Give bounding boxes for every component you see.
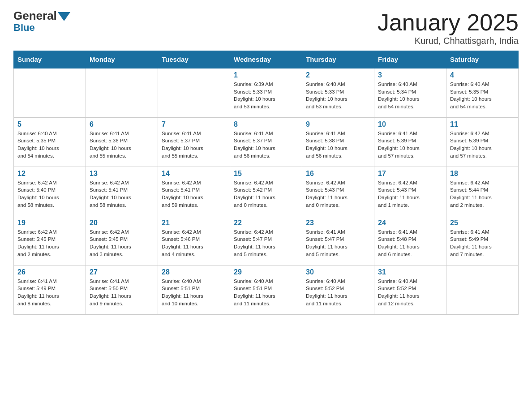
day-info: Sunrise: 6:42 AM Sunset: 5:44 PM Dayligh… <box>450 179 515 209</box>
day-info: Sunrise: 6:41 AM Sunset: 5:39 PM Dayligh… <box>378 130 442 160</box>
calendar-cell <box>14 68 86 117</box>
day-info: Sunrise: 6:42 AM Sunset: 5:41 PM Dayligh… <box>162 179 226 209</box>
calendar-cell: 16Sunrise: 6:42 AM Sunset: 5:43 PM Dayli… <box>302 167 374 216</box>
calendar-cell: 20Sunrise: 6:42 AM Sunset: 5:45 PM Dayli… <box>86 216 158 265</box>
day-info: Sunrise: 6:40 AM Sunset: 5:51 PM Dayligh… <box>162 278 226 308</box>
day-info: Sunrise: 6:41 AM Sunset: 5:49 PM Dayligh… <box>450 228 515 258</box>
calendar-week-row: 5Sunrise: 6:40 AM Sunset: 5:35 PM Daylig… <box>14 117 519 167</box>
day-info: Sunrise: 6:42 AM Sunset: 5:39 PM Dayligh… <box>450 130 515 160</box>
day-number: 23 <box>306 219 370 227</box>
calendar-cell: 30Sunrise: 6:40 AM Sunset: 5:52 PM Dayli… <box>302 265 374 314</box>
calendar-cell: 6Sunrise: 6:41 AM Sunset: 5:36 PM Daylig… <box>86 117 158 167</box>
day-number: 16 <box>306 170 370 178</box>
day-number: 1 <box>234 71 298 79</box>
weekday-header-monday: Monday <box>86 51 158 68</box>
day-info: Sunrise: 6:42 AM Sunset: 5:43 PM Dayligh… <box>306 179 370 209</box>
day-info: Sunrise: 6:39 AM Sunset: 5:33 PM Dayligh… <box>234 81 298 111</box>
day-info: Sunrise: 6:42 AM Sunset: 5:45 PM Dayligh… <box>17 228 82 258</box>
calendar-week-row: 1Sunrise: 6:39 AM Sunset: 5:33 PM Daylig… <box>14 68 519 117</box>
calendar-week-row: 12Sunrise: 6:42 AM Sunset: 5:40 PM Dayli… <box>14 167 519 216</box>
day-number: 7 <box>162 120 226 128</box>
calendar-cell: 18Sunrise: 6:42 AM Sunset: 5:44 PM Dayli… <box>446 167 519 216</box>
day-info: Sunrise: 6:42 AM Sunset: 5:46 PM Dayligh… <box>162 228 226 258</box>
calendar-cell <box>446 265 519 314</box>
day-number: 2 <box>306 71 370 79</box>
day-number: 13 <box>90 170 154 178</box>
weekday-header-tuesday: Tuesday <box>158 51 230 68</box>
day-number: 18 <box>450 170 515 178</box>
day-info: Sunrise: 6:40 AM Sunset: 5:33 PM Dayligh… <box>306 81 370 111</box>
day-number: 8 <box>234 120 298 128</box>
day-number: 28 <box>162 268 226 276</box>
logo-blue-text: Blue <box>13 22 35 34</box>
day-number: 19 <box>17 219 82 227</box>
calendar-cell: 8Sunrise: 6:41 AM Sunset: 5:37 PM Daylig… <box>230 117 302 167</box>
day-number: 15 <box>234 170 298 178</box>
day-info: Sunrise: 6:40 AM Sunset: 5:35 PM Dayligh… <box>450 81 515 111</box>
calendar-cell: 1Sunrise: 6:39 AM Sunset: 5:33 PM Daylig… <box>230 68 302 117</box>
calendar-week-row: 19Sunrise: 6:42 AM Sunset: 5:45 PM Dayli… <box>14 216 519 265</box>
calendar-cell: 14Sunrise: 6:42 AM Sunset: 5:41 PM Dayli… <box>158 167 230 216</box>
calendar-cell <box>86 68 158 117</box>
day-number: 4 <box>450 71 515 79</box>
day-number: 9 <box>306 120 370 128</box>
day-info: Sunrise: 6:40 AM Sunset: 5:52 PM Dayligh… <box>378 278 442 308</box>
weekday-header-thursday: Thursday <box>302 51 374 68</box>
calendar-cell: 12Sunrise: 6:42 AM Sunset: 5:40 PM Dayli… <box>14 167 86 216</box>
weekday-header-row: SundayMondayTuesdayWednesdayThursdayFrid… <box>14 51 519 68</box>
day-number: 20 <box>90 219 154 227</box>
weekday-header-sunday: Sunday <box>14 51 86 68</box>
day-number: 11 <box>450 120 515 128</box>
day-number: 14 <box>162 170 226 178</box>
calendar-cell: 19Sunrise: 6:42 AM Sunset: 5:45 PM Dayli… <box>14 216 86 265</box>
calendar-cell: 3Sunrise: 6:40 AM Sunset: 5:34 PM Daylig… <box>374 68 446 117</box>
calendar-cell: 10Sunrise: 6:41 AM Sunset: 5:39 PM Dayli… <box>374 117 446 167</box>
day-number: 12 <box>17 170 82 178</box>
day-number: 6 <box>90 120 154 128</box>
calendar-cell: 5Sunrise: 6:40 AM Sunset: 5:35 PM Daylig… <box>14 117 86 167</box>
calendar-title: January 2025 <box>378 9 519 36</box>
calendar-cell: 27Sunrise: 6:41 AM Sunset: 5:50 PM Dayli… <box>86 265 158 314</box>
calendar-subtitle: Kurud, Chhattisgarh, India <box>378 36 519 46</box>
day-info: Sunrise: 6:41 AM Sunset: 5:37 PM Dayligh… <box>162 130 226 160</box>
day-info: Sunrise: 6:41 AM Sunset: 5:47 PM Dayligh… <box>306 228 370 258</box>
logo-general-word: General <box>13 9 57 23</box>
day-number: 27 <box>90 268 154 276</box>
calendar-cell: 28Sunrise: 6:40 AM Sunset: 5:51 PM Dayli… <box>158 265 230 314</box>
calendar-cell: 7Sunrise: 6:41 AM Sunset: 5:37 PM Daylig… <box>158 117 230 167</box>
calendar-week-row: 26Sunrise: 6:41 AM Sunset: 5:49 PM Dayli… <box>14 265 519 314</box>
calendar-cell: 17Sunrise: 6:42 AM Sunset: 5:43 PM Dayli… <box>374 167 446 216</box>
calendar-cell: 26Sunrise: 6:41 AM Sunset: 5:49 PM Dayli… <box>14 265 86 314</box>
day-number: 24 <box>378 219 442 227</box>
day-info: Sunrise: 6:40 AM Sunset: 5:52 PM Dayligh… <box>306 278 370 308</box>
day-number: 10 <box>378 120 442 128</box>
calendar-cell: 2Sunrise: 6:40 AM Sunset: 5:33 PM Daylig… <box>302 68 374 117</box>
day-number: 3 <box>378 71 442 79</box>
calendar-cell: 29Sunrise: 6:40 AM Sunset: 5:51 PM Dayli… <box>230 265 302 314</box>
day-number: 5 <box>17 120 82 128</box>
day-info: Sunrise: 6:40 AM Sunset: 5:51 PM Dayligh… <box>234 278 298 308</box>
day-number: 25 <box>450 219 515 227</box>
page-header: General Blue January 2025 Kurud, Chhatti… <box>13 9 519 46</box>
logo-triangle-icon <box>58 12 70 21</box>
day-info: Sunrise: 6:41 AM Sunset: 5:49 PM Dayligh… <box>17 278 82 308</box>
day-number: 22 <box>234 219 298 227</box>
logo-general-text: General <box>13 9 70 23</box>
weekday-header-friday: Friday <box>374 51 446 68</box>
calendar-cell <box>158 68 230 117</box>
logo: General Blue <box>13 9 70 34</box>
day-info: Sunrise: 6:42 AM Sunset: 5:42 PM Dayligh… <box>234 179 298 209</box>
day-number: 31 <box>378 268 442 276</box>
day-number: 26 <box>17 268 82 276</box>
day-number: 21 <box>162 219 226 227</box>
day-info: Sunrise: 6:41 AM Sunset: 5:50 PM Dayligh… <box>90 278 154 308</box>
day-info: Sunrise: 6:41 AM Sunset: 5:37 PM Dayligh… <box>234 130 298 160</box>
day-info: Sunrise: 6:40 AM Sunset: 5:35 PM Dayligh… <box>17 130 82 160</box>
day-info: Sunrise: 6:42 AM Sunset: 5:45 PM Dayligh… <box>90 228 154 258</box>
calendar-cell: 4Sunrise: 6:40 AM Sunset: 5:35 PM Daylig… <box>446 68 519 117</box>
day-number: 30 <box>306 268 370 276</box>
day-info: Sunrise: 6:40 AM Sunset: 5:34 PM Dayligh… <box>378 81 442 111</box>
day-info: Sunrise: 6:41 AM Sunset: 5:48 PM Dayligh… <box>378 228 442 258</box>
calendar-cell: 24Sunrise: 6:41 AM Sunset: 5:48 PM Dayli… <box>374 216 446 265</box>
calendar-table: SundayMondayTuesdayWednesdayThursdayFrid… <box>13 51 519 315</box>
